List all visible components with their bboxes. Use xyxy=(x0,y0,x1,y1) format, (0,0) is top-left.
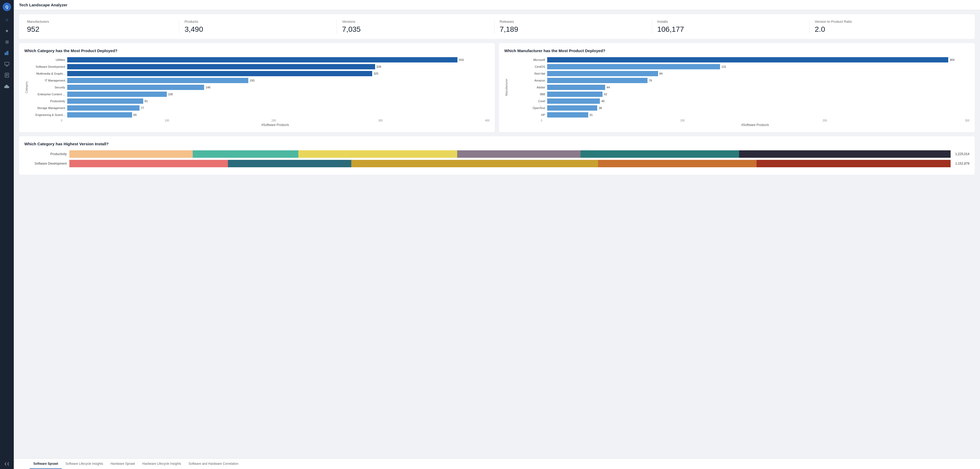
manufacturer-chart-title: Which Manufacturer has the Most Product … xyxy=(504,48,969,53)
sidebar-icon-chart[interactable] xyxy=(2,48,12,58)
manufacturer-bar-row: OpenText38 xyxy=(511,105,969,111)
kpi-versions-label: Versions xyxy=(342,19,489,24)
category-y-axis-label: Category xyxy=(24,57,29,118)
stacked-bar-row: Productivity1,225,014 xyxy=(24,150,969,158)
tab-software-lifecycle[interactable]: Software Lifecycle Insights xyxy=(62,459,107,469)
tab-software-hardware-correlation[interactable]: Software and Hardware Correlation xyxy=(185,459,242,469)
sidebar-icon-star[interactable]: ★ xyxy=(2,26,12,35)
category-bar-chart: Category Utilities416Software Developmen… xyxy=(24,57,490,127)
manufacturer-bar-row: Microsoft304 xyxy=(511,57,969,62)
category-chart-card: Which Category has the Most Product Depl… xyxy=(19,43,495,132)
main-content: Tech Landscape Analyzer Manufacturers 95… xyxy=(14,0,980,469)
version-install-title: Which Category has Highest Version Insta… xyxy=(24,141,969,146)
manufacturer-chart-wrap: Manufacturer Microsoft304CentOS131Red Ha… xyxy=(504,57,969,118)
kpi-products-label: Products xyxy=(185,19,331,24)
tab-hardware-sprawl[interactable]: Hardware Sprawl xyxy=(107,459,138,469)
category-x-axis-label: #Software Products xyxy=(61,123,490,127)
charts-row: Which Category has the Most Product Depl… xyxy=(19,43,975,132)
sidebar-collapse-button[interactable]: ❮❮ xyxy=(2,461,12,466)
manufacturer-x-ticks: 0 100 200 300 xyxy=(541,119,969,122)
sidebar-icon-grid[interactable]: ⊞ xyxy=(2,37,12,46)
manufacturer-bar-chart: Manufacturer Microsoft304CentOS131Red Ha… xyxy=(504,57,969,127)
kpi-releases-value: 7,189 xyxy=(500,25,646,33)
sidebar-icon-cloud[interactable] xyxy=(2,81,12,91)
sidebar: Q ⌂ ★ ⊞ ❮❮ xyxy=(0,0,14,469)
manufacturer-bar-row: Amazon76 xyxy=(511,78,969,83)
kpi-installs: Installs 106,177 xyxy=(652,19,810,33)
kpi-installs-label: Installs xyxy=(657,19,804,24)
category-bar-row: Multimedia & Graphi...325 xyxy=(31,71,490,76)
category-bar-rows: Utilities416Software Development328Multi… xyxy=(31,57,490,118)
manufacturer-y-axis-label: Manufacturer xyxy=(504,57,509,118)
version-install-card: Which Category has Highest Version Insta… xyxy=(19,136,975,175)
kpi-products: Products 3,490 xyxy=(179,19,337,33)
manufacturer-x-axis-label: #Software Products xyxy=(541,123,969,127)
svg-rect-3 xyxy=(5,62,9,65)
app-logo[interactable]: Q xyxy=(3,3,11,11)
svg-rect-2 xyxy=(7,51,8,55)
category-bar-row: Enterprise Content ...106 xyxy=(31,92,490,97)
category-bar-row: IT Management193 xyxy=(31,78,490,83)
manufacturer-bar-row: HP31 xyxy=(511,112,969,118)
category-x-ticks: 0 100 200 300 400 xyxy=(61,119,490,122)
category-x-axis: 0 100 200 300 400 xyxy=(61,119,490,122)
category-chart-wrap: Category Utilities416Software Developmen… xyxy=(24,57,490,118)
content-area: Manufacturers 952 Products 3,490 Version… xyxy=(14,10,980,458)
kpi-versions-value: 7,035 xyxy=(342,25,489,33)
app-header: Tech Landscape Analyzer xyxy=(14,0,980,10)
kpi-releases-label: Releases xyxy=(500,19,646,24)
kpi-version-ratio-value: 2.0 xyxy=(815,25,961,33)
version-install-bars: Productivity1,225,014Software Developmen… xyxy=(24,150,969,167)
kpi-version-ratio: Version to Product Ratio 2.0 xyxy=(810,19,967,33)
kpi-installs-value: 106,177 xyxy=(657,25,804,33)
manufacturer-bar-row: IBM42 xyxy=(511,92,969,97)
kpi-manufacturers-value: 952 xyxy=(27,25,173,33)
manufacturer-bar-row: Corel40 xyxy=(511,99,969,104)
manufacturer-bar-row: CentOS131 xyxy=(511,64,969,69)
sidebar-icon-monitor[interactable] xyxy=(2,59,12,69)
kpi-products-value: 3,490 xyxy=(185,25,331,33)
sidebar-icon-home[interactable]: ⌂ xyxy=(2,15,12,24)
category-chart-title: Which Category has the Most Product Depl… xyxy=(24,48,490,53)
category-bar-row: Security146 xyxy=(31,85,490,90)
stacked-bar-row: Software Development1,152,879 xyxy=(24,160,969,167)
sidebar-icon-document[interactable] xyxy=(2,70,12,80)
svg-rect-0 xyxy=(5,52,6,55)
tab-hardware-lifecycle[interactable]: Hardware Lifecycle Insights xyxy=(138,459,185,469)
sidebar-bottom: ❮❮ xyxy=(2,461,12,466)
kpi-manufacturers-label: Manufacturers xyxy=(27,19,173,24)
category-bar-row: Storage Management77 xyxy=(31,105,490,111)
manufacturer-bar-row: Adobe44 xyxy=(511,85,969,90)
manufacturer-chart-card: Which Manufacturer has the Most Product … xyxy=(499,43,975,132)
category-bar-row: Utilities416 xyxy=(31,57,490,62)
tabs-bar: Software Sprawl Software Lifecycle Insig… xyxy=(14,458,980,469)
kpi-releases: Releases 7,189 xyxy=(495,19,652,33)
manufacturer-x-axis: 0 100 200 300 xyxy=(541,119,969,122)
category-bar-row: Engineering & Scient...69 xyxy=(31,112,490,118)
category-bar-row: Software Development328 xyxy=(31,64,490,69)
app-title: Tech Landscape Analyzer xyxy=(19,3,67,7)
kpi-versions: Versions 7,035 xyxy=(337,19,494,33)
kpi-version-ratio-label: Version to Product Ratio xyxy=(815,19,961,24)
category-bar-row: Productivity81 xyxy=(31,99,490,104)
tab-software-sprawl[interactable]: Software Sprawl xyxy=(30,459,62,469)
svg-rect-1 xyxy=(6,52,7,55)
kpi-manufacturers: Manufacturers 952 xyxy=(27,19,179,33)
kpi-row: Manufacturers 952 Products 3,490 Version… xyxy=(19,14,975,39)
manufacturer-bar-rows: Microsoft304CentOS131Red Hat84Amazon76Ad… xyxy=(511,57,969,118)
manufacturer-bar-row: Red Hat84 xyxy=(511,71,969,76)
